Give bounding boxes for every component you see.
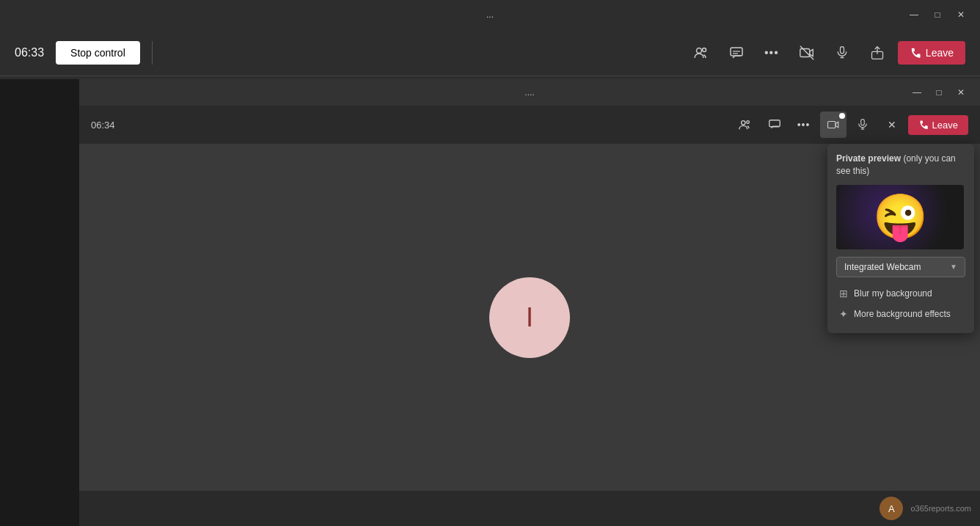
share-icon <box>870 45 885 60</box>
chat-icon <box>729 45 744 60</box>
svg-rect-14 <box>769 120 779 127</box>
inner-toolbar-icons: ••• <box>732 112 968 138</box>
inner-mic-button[interactable] <box>849 112 876 138</box>
outer-toolbar-icons: ••• <box>687 38 965 67</box>
inner-control-bar: 06:34 ••• <box>79 106 980 144</box>
effects-icon: ✦ <box>839 308 848 320</box>
inner-mic-icon <box>856 118 869 131</box>
outer-maximize-button[interactable]: □ <box>927 4 948 25</box>
inner-close-x-button[interactable]: ✕ <box>879 112 905 138</box>
inner-window-controls: — □ ✕ <box>907 82 971 103</box>
chevron-down-icon: ▼ <box>950 263 957 271</box>
watermark-avatar: A <box>880 497 903 520</box>
outer-share-button[interactable] <box>863 38 892 67</box>
watermark-text: o365reports.com <box>910 504 971 513</box>
inner-people-button[interactable] <box>732 112 758 138</box>
outer-chat-button[interactable] <box>722 38 751 67</box>
svg-point-1 <box>702 48 706 51</box>
outer-window-title: ... <box>486 10 494 20</box>
outer-window: ... — □ ✕ 06:33 Stop control <box>0 0 980 526</box>
more-dots-icon: ••• <box>764 46 779 59</box>
leave-phone-icon <box>910 47 921 59</box>
camera-selector-dropdown[interactable]: Integrated Webcam ▼ <box>836 257 965 277</box>
stop-control-button[interactable]: Stop control <box>56 41 140 65</box>
outer-control-bar: 06:33 Stop control <box>0 29 980 76</box>
emoji-face-icon: 😜 <box>873 195 928 239</box>
outer-leave-button[interactable]: Leave <box>898 41 965 65</box>
watermark-area: A o365reports.com <box>880 497 971 520</box>
video-off-icon <box>799 45 815 61</box>
people-icon <box>694 45 709 60</box>
inner-leave-button[interactable]: Leave <box>908 115 968 135</box>
avatar-letter: I <box>526 302 533 333</box>
outer-mic-button[interactable] <box>827 38 857 67</box>
inner-chat-icon <box>768 118 781 131</box>
svg-point-13 <box>746 121 749 124</box>
inner-more-dots-icon: ••• <box>797 119 811 131</box>
inner-window-title: .... <box>524 87 534 98</box>
svg-rect-15 <box>827 122 835 128</box>
webcam-name-label: Integrated Webcam <box>844 262 921 272</box>
watermark-avatar-letter: A <box>888 503 895 514</box>
outer-window-controls: — □ ✕ <box>904 4 971 25</box>
blur-background-label: Blur my background <box>854 288 932 299</box>
outer-title-bar: ... — □ ✕ <box>0 0 980 29</box>
inner-close-button[interactable]: ✕ <box>951 82 971 103</box>
outer-people-button[interactable] <box>687 38 716 67</box>
mic-icon <box>835 45 849 60</box>
inner-more-button[interactable]: ••• <box>791 112 817 138</box>
blur-icon: ⊞ <box>839 288 848 299</box>
inner-chat-button[interactable] <box>761 112 788 138</box>
inner-video-icon <box>827 118 840 131</box>
close-x-icon: ✕ <box>888 119 896 131</box>
outer-leave-label: Leave <box>926 47 954 59</box>
svg-rect-5 <box>800 48 810 56</box>
bottom-bar: A o365reports.com <box>79 491 980 526</box>
outer-video-button[interactable] <box>792 38 822 67</box>
inner-window: .... — □ ✕ 06:34 <box>79 79 980 526</box>
video-indicator-dot <box>839 113 845 119</box>
outer-more-button[interactable]: ••• <box>757 38 786 67</box>
popup-preview-label: Private preview <box>836 153 901 164</box>
outer-minimize-button[interactable]: — <box>904 4 924 25</box>
svg-line-6 <box>800 45 813 59</box>
inner-video-button[interactable] <box>820 112 846 138</box>
svg-rect-7 <box>840 46 844 53</box>
inner-leave-phone-icon <box>918 120 929 130</box>
more-effects-item[interactable]: ✦ More background effects <box>836 304 965 324</box>
outer-timer: 06:33 <box>15 46 44 59</box>
camera-preview: 😜 <box>836 185 964 249</box>
inner-timer: 06:34 <box>91 120 115 131</box>
left-strip <box>0 79 79 526</box>
participant-avatar: I <box>489 277 570 358</box>
popup-header: Private preview (only you can see this) <box>836 153 965 178</box>
inner-title-bar: .... — □ ✕ <box>79 79 980 106</box>
blur-background-item[interactable]: ⊞ Blur my background <box>836 283 965 304</box>
more-effects-label: More background effects <box>854 309 951 319</box>
toolbar-divider <box>152 41 153 65</box>
camera-popup: Private preview (only you can see this) … <box>827 144 974 333</box>
svg-rect-16 <box>860 120 864 125</box>
emoji-preview-bg: 😜 <box>836 185 964 249</box>
inner-people-icon <box>739 118 752 131</box>
svg-point-0 <box>696 48 701 53</box>
outer-close-button[interactable]: ✕ <box>951 4 971 25</box>
inner-maximize-button[interactable]: □ <box>929 82 949 103</box>
inner-minimize-button[interactable]: — <box>907 82 927 103</box>
svg-point-12 <box>741 121 745 125</box>
inner-leave-label: Leave <box>932 120 958 131</box>
